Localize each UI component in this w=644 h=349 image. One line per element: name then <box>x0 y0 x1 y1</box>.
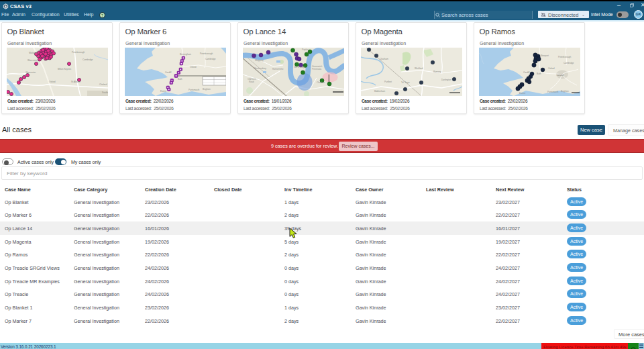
svg-text:Road: Road <box>249 81 254 83</box>
svg-text:Ramsey: Ramsey <box>433 70 441 73</box>
svg-text:Exeter: Exeter <box>519 92 526 95</box>
svg-text:Worcester: Worcester <box>28 59 38 62</box>
svg-text:Peterborough: Peterborough <box>200 52 213 55</box>
svg-text:Bath: Bath <box>178 78 182 81</box>
svg-text:Portsmouth: Portsmouth <box>547 91 559 93</box>
svg-text:Charlton: Charlton <box>317 81 325 84</box>
svg-text:Milton Keynes: Milton Keynes <box>58 68 71 70</box>
svg-text:Cardiff: Cardiff <box>165 71 171 74</box>
svg-text:Gloucester: Gloucester <box>25 71 36 74</box>
svg-text:Cardiff: Cardiff <box>523 71 529 74</box>
svg-text:Darlington: Darlington <box>441 79 451 81</box>
svg-text:Chatham: Chatham <box>380 58 388 60</box>
svg-text:Chelmsf: Chelmsf <box>99 83 107 86</box>
svg-text:Bath: Bath <box>537 72 541 75</box>
svg-text:Peterborough: Peterborough <box>72 51 85 54</box>
svg-text:Rotherhithe: Rotherhithe <box>272 68 284 70</box>
svg-text:Birmingham: Birmingham <box>180 53 191 56</box>
svg-text:Oxford: Oxford <box>548 67 555 70</box>
svg-text:Oxford: Oxford <box>190 66 197 68</box>
svg-text:Cambridge: Cambridge <box>564 62 574 64</box>
svg-text:Wolverha: Wolverha <box>29 52 38 54</box>
svg-text:Isle of Dogs: Isle of Dogs <box>294 66 305 68</box>
svg-text:Cambridge: Cambridge <box>205 58 216 60</box>
svg-text:Newport: Newport <box>541 54 549 57</box>
svg-text:Peninsula: Peninsula <box>312 68 321 70</box>
svg-text:Southe: Southe <box>102 91 108 94</box>
svg-text:Biddenham: Biddenham <box>374 90 385 93</box>
svg-text:Portsmouth: Portsmouth <box>189 89 200 91</box>
svg-text:Peterborough: Peterborough <box>558 56 572 58</box>
svg-text:Brighton: Brighton <box>561 90 569 93</box>
svg-text:Wickford: Wickford <box>415 67 423 70</box>
svg-text:Exeter: Exeter <box>160 90 167 93</box>
svg-text:Poplar: Poplar <box>302 48 309 51</box>
svg-text:Tel Terys: Tel Terys <box>401 81 410 84</box>
svg-text:Cambridge: Cambridge <box>83 58 93 61</box>
svg-text:St Albans: St Albans <box>71 81 80 83</box>
svg-text:Wapping: Wapping <box>255 59 264 62</box>
svg-text:Bermondsey: Bermondsey <box>254 67 266 70</box>
svg-text:London: London <box>557 74 564 77</box>
svg-text:Brighton: Brighton <box>203 88 211 91</box>
svg-text:Oxford: Oxford <box>49 81 56 83</box>
svg-text:Purfleet: Purfleet <box>384 81 392 83</box>
